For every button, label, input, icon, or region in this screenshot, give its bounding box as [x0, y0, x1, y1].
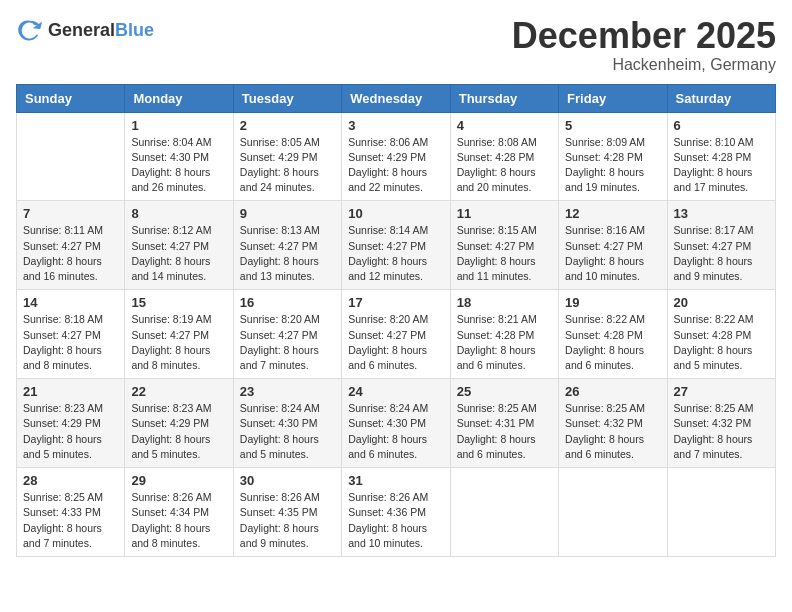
day-info: Sunrise: 8:17 AMSunset: 4:27 PMDaylight:… [674, 223, 769, 284]
day-info: Sunrise: 8:05 AMSunset: 4:29 PMDaylight:… [240, 135, 335, 196]
day-info: Sunrise: 8:13 AMSunset: 4:27 PMDaylight:… [240, 223, 335, 284]
day-number: 24 [348, 384, 443, 399]
day-number: 10 [348, 206, 443, 221]
day-info: Sunrise: 8:25 AMSunset: 4:32 PMDaylight:… [674, 401, 769, 462]
day-number: 29 [131, 473, 226, 488]
calendar-header-row: SundayMondayTuesdayWednesdayThursdayFrid… [17, 84, 776, 112]
day-info: Sunrise: 8:20 AMSunset: 4:27 PMDaylight:… [240, 312, 335, 373]
calendar-cell: 21Sunrise: 8:23 AMSunset: 4:29 PMDayligh… [17, 379, 125, 468]
calendar-cell: 26Sunrise: 8:25 AMSunset: 4:32 PMDayligh… [559, 379, 667, 468]
day-info: Sunrise: 8:19 AMSunset: 4:27 PMDaylight:… [131, 312, 226, 373]
calendar-cell: 24Sunrise: 8:24 AMSunset: 4:30 PMDayligh… [342, 379, 450, 468]
calendar-cell: 8Sunrise: 8:12 AMSunset: 4:27 PMDaylight… [125, 201, 233, 290]
day-info: Sunrise: 8:15 AMSunset: 4:27 PMDaylight:… [457, 223, 552, 284]
calendar-header-sunday: Sunday [17, 84, 125, 112]
calendar-week-row: 21Sunrise: 8:23 AMSunset: 4:29 PMDayligh… [17, 379, 776, 468]
calendar-cell: 11Sunrise: 8:15 AMSunset: 4:27 PMDayligh… [450, 201, 558, 290]
day-info: Sunrise: 8:14 AMSunset: 4:27 PMDaylight:… [348, 223, 443, 284]
calendar-cell: 14Sunrise: 8:18 AMSunset: 4:27 PMDayligh… [17, 290, 125, 379]
day-number: 19 [565, 295, 660, 310]
day-number: 20 [674, 295, 769, 310]
page-header: GeneralBlue December 2025 Hackenheim, Ge… [16, 16, 776, 74]
day-info: Sunrise: 8:26 AMSunset: 4:34 PMDaylight:… [131, 490, 226, 551]
day-number: 22 [131, 384, 226, 399]
day-info: Sunrise: 8:12 AMSunset: 4:27 PMDaylight:… [131, 223, 226, 284]
day-info: Sunrise: 8:25 AMSunset: 4:33 PMDaylight:… [23, 490, 118, 551]
day-info: Sunrise: 8:24 AMSunset: 4:30 PMDaylight:… [348, 401, 443, 462]
day-info: Sunrise: 8:04 AMSunset: 4:30 PMDaylight:… [131, 135, 226, 196]
calendar-cell: 7Sunrise: 8:11 AMSunset: 4:27 PMDaylight… [17, 201, 125, 290]
day-number: 15 [131, 295, 226, 310]
calendar-cell [450, 468, 558, 557]
calendar-header-tuesday: Tuesday [233, 84, 341, 112]
day-number: 30 [240, 473, 335, 488]
calendar-cell [559, 468, 667, 557]
day-number: 21 [23, 384, 118, 399]
calendar-cell: 29Sunrise: 8:26 AMSunset: 4:34 PMDayligh… [125, 468, 233, 557]
calendar-cell: 31Sunrise: 8:26 AMSunset: 4:36 PMDayligh… [342, 468, 450, 557]
calendar-cell: 22Sunrise: 8:23 AMSunset: 4:29 PMDayligh… [125, 379, 233, 468]
day-number: 2 [240, 118, 335, 133]
day-info: Sunrise: 8:20 AMSunset: 4:27 PMDaylight:… [348, 312, 443, 373]
day-info: Sunrise: 8:10 AMSunset: 4:28 PMDaylight:… [674, 135, 769, 196]
calendar-header-wednesday: Wednesday [342, 84, 450, 112]
calendar-cell: 28Sunrise: 8:25 AMSunset: 4:33 PMDayligh… [17, 468, 125, 557]
calendar-cell: 20Sunrise: 8:22 AMSunset: 4:28 PMDayligh… [667, 290, 775, 379]
day-number: 25 [457, 384, 552, 399]
calendar-cell: 16Sunrise: 8:20 AMSunset: 4:27 PMDayligh… [233, 290, 341, 379]
day-info: Sunrise: 8:08 AMSunset: 4:28 PMDaylight:… [457, 135, 552, 196]
calendar-cell: 23Sunrise: 8:24 AMSunset: 4:30 PMDayligh… [233, 379, 341, 468]
day-info: Sunrise: 8:18 AMSunset: 4:27 PMDaylight:… [23, 312, 118, 373]
day-number: 12 [565, 206, 660, 221]
calendar-cell: 19Sunrise: 8:22 AMSunset: 4:28 PMDayligh… [559, 290, 667, 379]
title-area: December 2025 Hackenheim, Germany [512, 16, 776, 74]
calendar-cell [17, 112, 125, 201]
day-number: 11 [457, 206, 552, 221]
day-number: 3 [348, 118, 443, 133]
day-number: 8 [131, 206, 226, 221]
calendar-header-friday: Friday [559, 84, 667, 112]
day-info: Sunrise: 8:16 AMSunset: 4:27 PMDaylight:… [565, 223, 660, 284]
day-number: 5 [565, 118, 660, 133]
day-number: 9 [240, 206, 335, 221]
calendar-cell: 12Sunrise: 8:16 AMSunset: 4:27 PMDayligh… [559, 201, 667, 290]
day-info: Sunrise: 8:26 AMSunset: 4:36 PMDaylight:… [348, 490, 443, 551]
day-info: Sunrise: 8:22 AMSunset: 4:28 PMDaylight:… [565, 312, 660, 373]
day-number: 7 [23, 206, 118, 221]
calendar-cell: 4Sunrise: 8:08 AMSunset: 4:28 PMDaylight… [450, 112, 558, 201]
day-info: Sunrise: 8:23 AMSunset: 4:29 PMDaylight:… [131, 401, 226, 462]
day-number: 27 [674, 384, 769, 399]
day-number: 4 [457, 118, 552, 133]
day-number: 31 [348, 473, 443, 488]
calendar-body: 1Sunrise: 8:04 AMSunset: 4:30 PMDaylight… [17, 112, 776, 556]
calendar-cell: 2Sunrise: 8:05 AMSunset: 4:29 PMDaylight… [233, 112, 341, 201]
day-number: 17 [348, 295, 443, 310]
day-info: Sunrise: 8:09 AMSunset: 4:28 PMDaylight:… [565, 135, 660, 196]
calendar-cell: 5Sunrise: 8:09 AMSunset: 4:28 PMDaylight… [559, 112, 667, 201]
calendar-header-thursday: Thursday [450, 84, 558, 112]
logo-text: GeneralBlue [48, 21, 154, 40]
day-number: 23 [240, 384, 335, 399]
day-number: 13 [674, 206, 769, 221]
location-title: Hackenheim, Germany [512, 56, 776, 74]
day-number: 14 [23, 295, 118, 310]
calendar-cell: 6Sunrise: 8:10 AMSunset: 4:28 PMDaylight… [667, 112, 775, 201]
calendar-cell: 9Sunrise: 8:13 AMSunset: 4:27 PMDaylight… [233, 201, 341, 290]
calendar-header-monday: Monday [125, 84, 233, 112]
calendar-cell: 27Sunrise: 8:25 AMSunset: 4:32 PMDayligh… [667, 379, 775, 468]
logo: GeneralBlue [16, 16, 154, 44]
calendar-cell: 17Sunrise: 8:20 AMSunset: 4:27 PMDayligh… [342, 290, 450, 379]
day-info: Sunrise: 8:23 AMSunset: 4:29 PMDaylight:… [23, 401, 118, 462]
calendar-header-saturday: Saturday [667, 84, 775, 112]
calendar-table: SundayMondayTuesdayWednesdayThursdayFrid… [16, 84, 776, 557]
calendar-week-row: 14Sunrise: 8:18 AMSunset: 4:27 PMDayligh… [17, 290, 776, 379]
day-info: Sunrise: 8:25 AMSunset: 4:31 PMDaylight:… [457, 401, 552, 462]
day-info: Sunrise: 8:25 AMSunset: 4:32 PMDaylight:… [565, 401, 660, 462]
calendar-cell: 18Sunrise: 8:21 AMSunset: 4:28 PMDayligh… [450, 290, 558, 379]
day-info: Sunrise: 8:21 AMSunset: 4:28 PMDaylight:… [457, 312, 552, 373]
day-info: Sunrise: 8:11 AMSunset: 4:27 PMDaylight:… [23, 223, 118, 284]
calendar-week-row: 1Sunrise: 8:04 AMSunset: 4:30 PMDaylight… [17, 112, 776, 201]
calendar-cell [667, 468, 775, 557]
calendar-cell: 15Sunrise: 8:19 AMSunset: 4:27 PMDayligh… [125, 290, 233, 379]
calendar-week-row: 28Sunrise: 8:25 AMSunset: 4:33 PMDayligh… [17, 468, 776, 557]
